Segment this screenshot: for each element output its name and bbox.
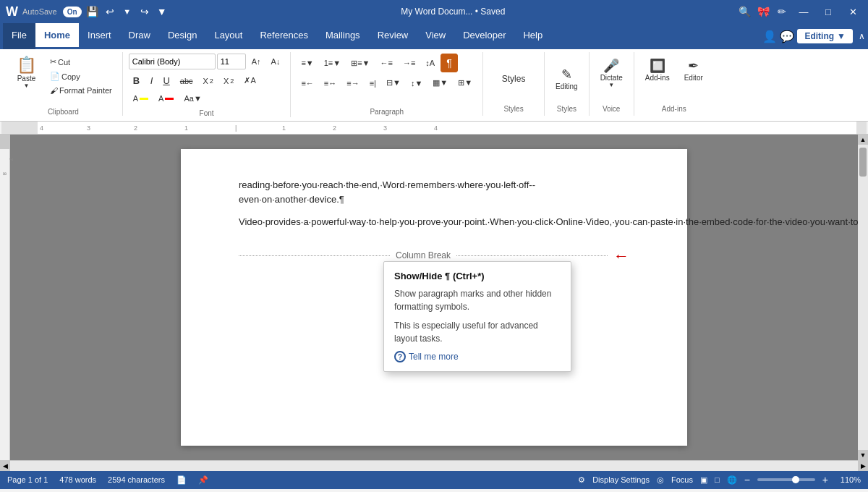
decrease-indent-button[interactable]: ←≡ [376, 56, 397, 69]
redo-icon[interactable]: ↪ [138, 5, 151, 18]
share-icon[interactable]: 👤 [762, 30, 777, 43]
close-button[interactable]: ✕ [843, 2, 862, 21]
align-right-button[interactable]: ≡→ [342, 77, 363, 90]
comments-icon[interactable]: 💬 [780, 30, 794, 43]
addins-button[interactable]: 🔲 Add-ins [640, 55, 675, 85]
menu-home[interactable]: Home [35, 23, 79, 49]
tooltip-link-label: Tell me more [409, 352, 459, 362]
undo-dropdown-icon[interactable]: ▼ [121, 5, 134, 18]
increase-indent-button[interactable]: →≡ [399, 56, 420, 69]
display-settings-label[interactable]: Display Settings [592, 475, 650, 484]
ruler[interactable]: 4 3 2 1 | 1 2 3 4 [0, 122, 868, 135]
scroll-up-button[interactable]: ▲ [858, 135, 868, 145]
numbering-button[interactable]: 1≡▼ [320, 56, 345, 69]
horizontal-scrollbar[interactable]: ◀ ▶ [0, 460, 868, 470]
styles-button[interactable]: Styles [492, 71, 535, 87]
maximize-button[interactable]: □ [819, 2, 838, 21]
save-icon[interactable]: 💾 [86, 5, 99, 18]
font-name-input[interactable] [129, 54, 216, 69]
menu-design[interactable]: Design [159, 23, 205, 49]
cut-button[interactable]: ✂Cut [46, 55, 116, 69]
editing-dropdown-icon: ▼ [837, 31, 846, 41]
align-center-button[interactable]: ≡↔ [320, 77, 341, 90]
bold-button[interactable]: B [129, 73, 145, 88]
zoom-plus-button[interactable]: + [822, 474, 828, 485]
scroll-thumb[interactable] [859, 148, 867, 177]
editor-button[interactable]: ✒ Editor [679, 55, 708, 85]
proofing-icon[interactable]: 📄 [176, 475, 187, 485]
menu-help[interactable]: Help [514, 23, 551, 49]
justify-button[interactable]: ≡| [365, 77, 380, 90]
focus-icon[interactable]: ◎ [657, 475, 664, 485]
columns-button[interactable]: ⊟▼ [382, 76, 405, 90]
line-spacing-button[interactable]: ↕▼ [407, 77, 427, 90]
menu-insert[interactable]: Insert [79, 23, 120, 49]
strikethrough-button[interactable]: abc [176, 75, 197, 88]
underline-button[interactable]: U [158, 73, 174, 88]
scroll-track[interactable] [858, 145, 868, 450]
character-count[interactable]: 2594 characters [108, 475, 165, 484]
h-scroll-track[interactable] [10, 461, 858, 471]
autosave-label: AutoSave [22, 7, 57, 16]
customize-qat-icon[interactable]: ▼ [156, 5, 169, 18]
minimize-button[interactable]: — [794, 2, 813, 21]
borders-button[interactable]: ⊞▼ [454, 76, 477, 90]
clear-formatting-button[interactable]: ✗A [239, 74, 260, 88]
menu-mailings[interactable]: Mailings [317, 23, 369, 49]
menu-draw[interactable]: Draw [120, 23, 159, 49]
menu-file[interactable]: File [3, 23, 35, 49]
shading-button[interactable]: ▦▼ [428, 76, 452, 90]
focus-label[interactable]: Focus [671, 475, 693, 484]
paste-label: Paste [17, 75, 36, 82]
display-settings-icon[interactable]: ⚙ [578, 475, 585, 485]
align-left-button[interactable]: ≡← [297, 77, 318, 90]
autosave-toggle[interactable]: On [63, 7, 82, 17]
ribbon-icon[interactable]: 🎀 [757, 5, 770, 18]
page-info[interactable]: Page 1 of 1 [7, 475, 48, 484]
change-case-button[interactable]: Aa▼ [179, 92, 205, 105]
ribbon-group-clipboard: 📋 Paste ▼ ✂Cut 📄Copy 🖌Format Painter Cli… [4, 52, 123, 116]
scroll-left-button[interactable]: ◀ [0, 461, 10, 471]
scroll-down-button[interactable]: ▼ [858, 450, 868, 460]
show-hide-pilcrow-button[interactable]: ¶ [441, 54, 458, 72]
paste-button[interactable]: 📋 Paste ▼ [10, 52, 43, 93]
sort-button[interactable]: ↕A [421, 56, 439, 69]
word-count[interactable]: 478 words [59, 475, 96, 484]
font-color-button[interactable]: A [154, 92, 178, 105]
menu-view[interactable]: View [417, 23, 454, 49]
grow-font-button[interactable]: A↑ [247, 55, 265, 68]
document-area: 7 8 reading·before·you·reach·the·end,·Wo… [0, 135, 868, 460]
menu-review[interactable]: Review [369, 23, 417, 49]
zoom-level[interactable]: 110% [835, 475, 861, 484]
format-painter-button[interactable]: 🖌Format Painter [46, 84, 116, 97]
zoom-slider[interactable] [757, 478, 815, 481]
font-size-input[interactable] [217, 54, 246, 69]
tooltip-tell-me-more-link[interactable]: ? Tell me more [394, 351, 561, 362]
search-icon[interactable]: 🔍 [738, 5, 751, 18]
editing-button[interactable]: Editing ▼ [797, 29, 853, 43]
view-layout-icon[interactable]: ▣ [700, 475, 707, 485]
zoom-minus-button[interactable]: − [744, 474, 750, 485]
scroll-right-button[interactable]: ▶ [858, 461, 868, 471]
zoom-thumb[interactable] [792, 476, 799, 483]
menu-developer[interactable]: Developer [454, 23, 514, 49]
editing-group-button[interactable]: ✎ Editing [550, 64, 583, 93]
menu-references[interactable]: References [251, 23, 316, 49]
subscript-button[interactable]: X2 [199, 75, 218, 88]
dictate-button[interactable]: 🎤 Dictate ▼ [595, 55, 628, 91]
view-web-icon[interactable]: 🌐 [727, 475, 737, 485]
menu-layout[interactable]: Layout [205, 23, 251, 49]
pen-icon[interactable]: ✏ [775, 5, 788, 18]
collapse-ribbon-icon[interactable]: ∧ [859, 31, 865, 41]
undo-icon[interactable]: ↩ [103, 5, 116, 18]
text-highlight-button[interactable]: A [129, 92, 153, 105]
view-print-icon[interactable]: □ [715, 475, 720, 484]
multilevel-button[interactable]: ⊞≡▼ [346, 56, 374, 70]
shrink-font-button[interactable]: A↓ [267, 55, 285, 68]
italic-button[interactable]: I [146, 73, 158, 88]
copy-button[interactable]: 📄Copy [46, 69, 116, 83]
superscript-button[interactable]: X2 [219, 75, 238, 88]
track-changes-icon[interactable]: 📌 [198, 475, 208, 485]
bullets-button[interactable]: ≡▼ [297, 56, 318, 69]
vertical-scrollbar[interactable]: ▲ ▼ [858, 135, 868, 460]
